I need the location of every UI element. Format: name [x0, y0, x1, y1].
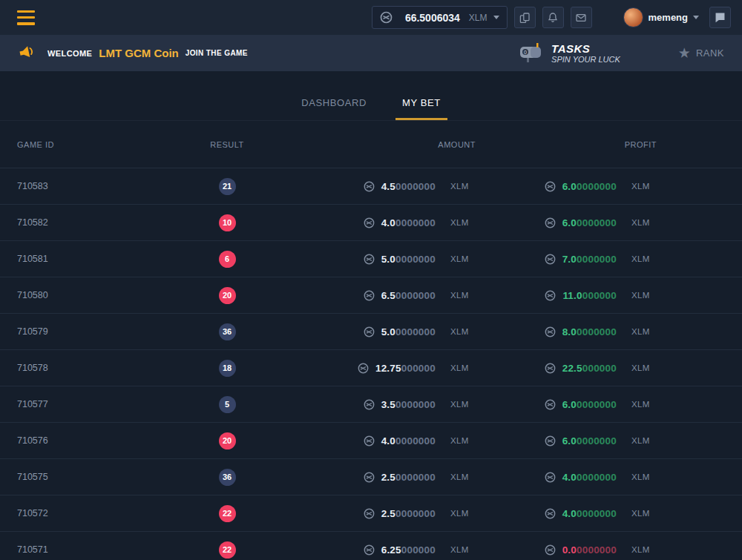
profit-currency: XLM	[631, 327, 657, 336]
result-badge: 6	[219, 251, 236, 268]
coin-icon	[364, 217, 375, 228]
amount-number: 2.50000000	[381, 508, 436, 519]
coin-icon	[545, 290, 556, 301]
amount-number: 2.50000000	[381, 472, 436, 483]
table-row: 710577 5 3.50000000 XLM 6.00000000 XLM	[0, 386, 742, 423]
amount-cell: 12.75000000 XLM	[272, 363, 476, 374]
amount-currency: XLM	[450, 472, 476, 481]
game-id: 710578	[0, 363, 182, 373]
game-id: 710572	[0, 508, 182, 518]
star-icon: ★	[678, 46, 691, 60]
balance-selector[interactable]: 66.5006034 XLM	[372, 6, 508, 29]
username: memeng	[649, 12, 688, 23]
coin-icon	[364, 290, 375, 301]
tab-dashboard[interactable]: DASHBOARD	[295, 90, 373, 120]
amount-cell: 5.00000000 XLM	[272, 326, 476, 337]
coin-icon	[545, 363, 556, 374]
amount-cell: 4.50000000 XLM	[272, 181, 476, 192]
result-cell: 20	[182, 432, 272, 449]
amount-number: 4.00000000	[381, 435, 436, 447]
profit-number: 0.00000000	[562, 544, 617, 556]
amount-cell: 2.50000000 XLM	[272, 472, 476, 483]
mail-button[interactable]	[571, 7, 592, 28]
amount-currency: XLM	[450, 363, 476, 372]
profit-number: 8.00000000	[562, 326, 617, 337]
chevron-down-icon	[493, 16, 499, 19]
profit-cell: 6.00000000 XLM	[476, 399, 657, 410]
profit-number: 6.00000000	[562, 217, 617, 228]
rank-label: RANK	[696, 47, 724, 59]
amount-cell: 3.50000000 XLM	[272, 399, 476, 410]
game-id: 710576	[0, 435, 182, 446]
user-menu[interactable]: memeng	[623, 7, 699, 27]
result-cell: 22	[182, 541, 272, 559]
table-row: 710580 20 6.50000000 XLM 11.0000000 XLM	[0, 277, 742, 314]
result-cell: 5	[182, 396, 272, 413]
table-row: 710576 20 4.00000000 XLM 6.00000000 XLM	[0, 423, 742, 459]
game-id: 710577	[0, 399, 182, 409]
amount-currency: XLM	[450, 509, 476, 518]
result-badge: 21	[219, 178, 236, 195]
svg-text:0: 0	[524, 50, 527, 55]
topbar-right: 66.5006034 XLM memeng	[372, 6, 731, 29]
profit-currency: XLM	[631, 254, 657, 263]
profit-cell: 6.00000000 XLM	[476, 435, 657, 447]
profit-cell: 0.00000000 XLM	[476, 544, 657, 556]
coin-icon	[545, 435, 556, 447]
result-badge: 22	[219, 541, 236, 559]
amount-number: 5.00000000	[381, 254, 436, 265]
result-cell: 36	[182, 323, 272, 340]
profit-cell: 8.00000000 XLM	[476, 326, 657, 337]
coin-icon	[545, 217, 556, 228]
coin-icon	[380, 11, 393, 24]
coin-icon	[545, 326, 556, 337]
profit-currency: XLM	[631, 472, 657, 481]
profit-cell: 22.5000000 XLM	[476, 363, 657, 374]
amount-number: 4.00000000	[381, 217, 436, 228]
my-bet-table: GAME ID RESULT AMOUNT PROFIT 710583 21 4…	[0, 121, 742, 560]
profit-cell: 6.00000000 XLM	[476, 181, 657, 192]
result-cell: 21	[182, 178, 272, 195]
welcome-banner: WELCOME LMT GCM Coin JOIN THE GAME 0 TAS…	[0, 35, 742, 71]
result-cell: 20	[182, 287, 272, 304]
menu-button[interactable]	[17, 10, 35, 25]
coin-icon	[364, 435, 375, 447]
amount-cell: 6.50000000 XLM	[272, 290, 476, 301]
profit-cell: 6.00000000 XLM	[476, 217, 657, 228]
cards-button[interactable]	[514, 7, 536, 28]
result-badge: 20	[219, 432, 236, 449]
table-row: 710583 21 4.50000000 XLM 6.00000000 XLM	[0, 168, 742, 205]
rank-button[interactable]: ★ RANK	[678, 46, 724, 60]
profit-cell: 4.00000000 XLM	[476, 472, 657, 483]
amount-currency: XLM	[450, 182, 476, 191]
coin-icon	[545, 508, 556, 519]
profit-number: 6.00000000	[562, 181, 617, 192]
table-row: 710575 36 2.50000000 XLM 4.00000000 XLM	[0, 459, 742, 495]
profit-number: 4.00000000	[562, 472, 617, 483]
amount-number: 12.75000000	[375, 363, 436, 374]
chat-button[interactable]	[709, 7, 731, 28]
tasks-widget[interactable]: 0 TASKS SPIN YOUR LUCK	[517, 41, 620, 66]
welcome-suffix: JOIN THE GAME	[186, 49, 248, 57]
welcome-message[interactable]: WELCOME LMT GCM Coin JOIN THE GAME	[47, 47, 248, 59]
amount-currency: XLM	[450, 545, 476, 554]
profit-currency: XLM	[631, 545, 657, 554]
balance-currency: XLM	[469, 13, 487, 23]
amount-number: 6.50000000	[381, 290, 436, 301]
tab-my-bet[interactable]: MY BET	[395, 90, 447, 120]
welcome-highlight: LMT GCM Coin	[99, 47, 178, 59]
profit-cell: 11.0000000 XLM	[476, 290, 657, 301]
balance-value: 66.5006034	[405, 12, 460, 24]
amount-currency: XLM	[450, 218, 476, 227]
amount-number: 4.50000000	[381, 181, 436, 192]
profit-number: 6.00000000	[562, 435, 617, 447]
result-badge: 18	[219, 360, 236, 377]
table-row: 710571 22 6.25000000 XLM 0.00000000 XLM	[0, 532, 742, 560]
megaphone-icon	[16, 40, 39, 66]
result-badge: 10	[219, 214, 236, 231]
result-badge: 5	[219, 396, 236, 413]
amount-number: 3.50000000	[381, 399, 436, 410]
notifications-button[interactable]	[542, 7, 564, 28]
amount-cell: 5.00000000 XLM	[272, 254, 476, 265]
coin-icon	[545, 544, 556, 556]
